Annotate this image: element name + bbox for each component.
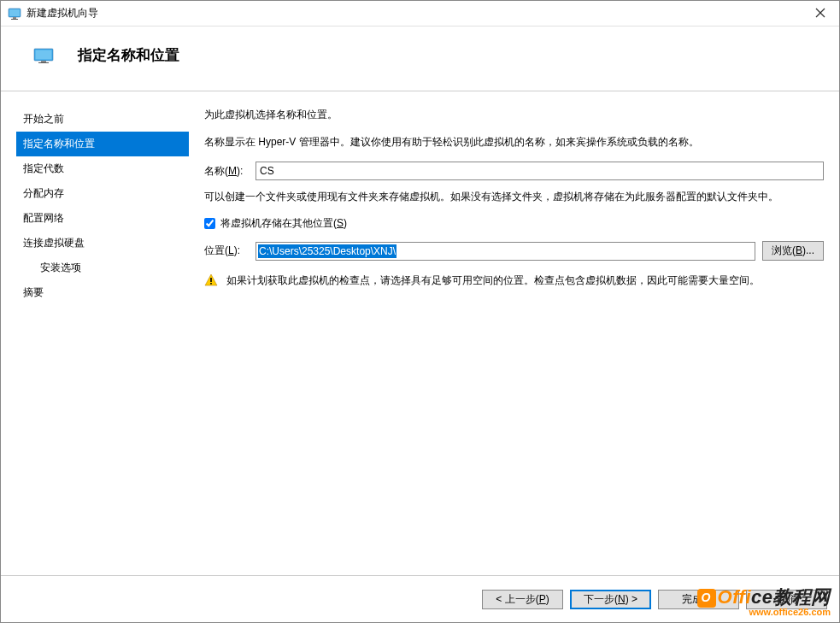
monitor-icon <box>8 7 21 21</box>
name-input[interactable] <box>256 162 824 180</box>
location-row: 位置(L): C:\Users\25325\Desktop\XNJ\ 浏览(B)… <box>204 241 824 261</box>
window-title: 新建虚拟机向导 <box>26 6 808 21</box>
button-accel: B <box>796 244 802 256</box>
svg-rect-11 <box>210 283 212 285</box>
label-accel: L <box>228 244 234 256</box>
page-title: 指定名称和位置 <box>78 45 179 65</box>
browse-button[interactable]: 浏览(B)... <box>762 241 824 261</box>
button-text: < 上一步( <box>496 593 538 605</box>
label-text: 将虚拟机存储在其他位置( <box>220 217 337 229</box>
cancel-button[interactable]: 取消 <box>746 590 827 609</box>
previous-button[interactable]: < 上一步(P) <box>482 590 563 609</box>
intro-text: 为此虚拟机选择名称和位置。 <box>204 107 824 122</box>
sidebar-item-network[interactable]: 配置网络 <box>16 206 189 231</box>
store-elsewhere-label: 将虚拟机存储在其他位置(S) <box>220 216 347 231</box>
wizard-window: 新建虚拟机向导 指定名称和位置 开始之前 指定名称和位置 指定代数 分 <box>0 0 840 623</box>
finish-button[interactable]: 完成(F) <box>658 590 739 609</box>
warning-row: 如果计划获取此虚拟机的检查点，请选择具有足够可用空间的位置。检查点包含虚拟机数据… <box>204 273 824 290</box>
sidebar-item-vhd[interactable]: 连接虚拟硬盘 <box>16 231 189 256</box>
location-description: 可以创建一个文件夹或使用现有文件夹来存储虚拟机。如果没有选择文件夹，虚拟机将存储… <box>204 189 824 204</box>
button-text: ) <box>546 593 549 605</box>
button-accel: P <box>539 593 546 605</box>
sidebar-item-memory[interactable]: 分配内存 <box>16 181 189 206</box>
header-panel: 指定名称和位置 <box>1 26 839 91</box>
main-panel: 为此虚拟机选择名称和位置。 名称显示在 Hyper-V 管理器中。建议你使用有助… <box>189 91 839 575</box>
titlebar: 新建虚拟机向导 <box>1 1 839 26</box>
store-elsewhere-row: 将虚拟机存储在其他位置(S) <box>204 216 824 231</box>
sidebar-item-before-begin[interactable]: 开始之前 <box>16 107 189 132</box>
sidebar-item-name-location[interactable]: 指定名称和位置 <box>16 132 189 156</box>
footer-buttons: < 上一步(P) 下一步(N) > 完成(F) 取消 Office教程网 www… <box>1 575 839 622</box>
warning-text: 如果计划获取此虚拟机的检查点，请选择具有足够可用空间的位置。检查点包含虚拟机数据… <box>226 273 760 289</box>
button-text: ) <box>712 593 715 605</box>
svg-rect-2 <box>13 17 16 19</box>
svg-rect-3 <box>11 19 18 20</box>
svg-rect-8 <box>41 61 46 62</box>
location-input[interactable] <box>256 242 755 261</box>
wizard-steps-sidebar: 开始之前 指定名称和位置 指定代数 分配内存 配置网络 连接虚拟硬盘 安装选项 … <box>1 91 189 575</box>
button-text: 完成( <box>682 593 706 605</box>
monitor-icon <box>33 48 54 63</box>
sidebar-item-install-options[interactable]: 安装选项 <box>16 256 189 280</box>
button-text: )... <box>802 244 814 256</box>
label-text: ) <box>344 217 347 229</box>
close-button[interactable] <box>808 7 832 21</box>
label-text: ): <box>234 244 240 256</box>
button-text: ) > <box>626 593 637 605</box>
location-input-wrap: C:\Users\25325\Desktop\XNJ\ <box>256 242 755 261</box>
label-text: 位置( <box>204 244 228 256</box>
svg-rect-9 <box>38 62 49 63</box>
name-label: 名称(M): <box>204 164 256 179</box>
svg-rect-7 <box>36 50 52 59</box>
store-elsewhere-checkbox[interactable] <box>204 218 215 229</box>
sidebar-item-summary[interactable]: 摘要 <box>16 280 189 305</box>
label-accel: S <box>337 217 344 229</box>
description-text: 名称显示在 Hyper-V 管理器中。建议你使用有助于轻松识别此虚拟机的名称，如… <box>204 134 824 150</box>
name-row: 名称(M): <box>204 162 824 180</box>
button-text: 下一步( <box>584 593 618 605</box>
label-text: ): <box>237 165 243 177</box>
label-accel: M <box>228 165 237 177</box>
location-label: 位置(L): <box>204 244 256 258</box>
sidebar-item-generation[interactable]: 指定代数 <box>16 156 189 181</box>
button-text: 浏览( <box>772 244 796 256</box>
label-text: 名称( <box>204 165 228 177</box>
close-icon <box>815 8 825 18</box>
button-accel: N <box>618 593 626 605</box>
svg-rect-10 <box>210 278 212 282</box>
svg-rect-1 <box>9 9 20 16</box>
content-area: 开始之前 指定名称和位置 指定代数 分配内存 配置网络 连接虚拟硬盘 安装选项 … <box>1 91 839 575</box>
next-button[interactable]: 下一步(N) > <box>570 590 651 609</box>
warning-triangle-icon <box>204 273 218 290</box>
